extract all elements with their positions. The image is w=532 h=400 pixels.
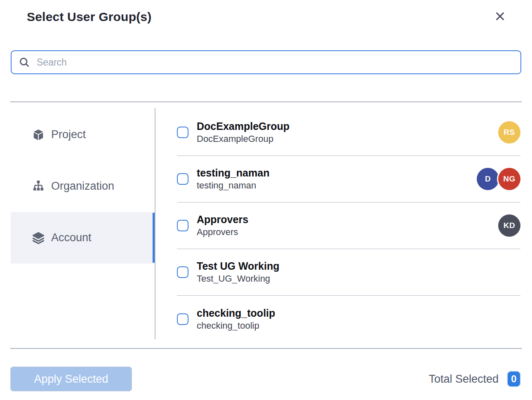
list-item[interactable]: testing_naman testing_naman D NG	[177, 156, 520, 202]
search-box	[11, 50, 521, 74]
total-selected-count-badge: 0	[507, 371, 521, 387]
group-checkbox[interactable]	[177, 220, 188, 231]
list-item[interactable]: DocExampleGroup DocExampleGroup RS	[177, 109, 520, 156]
avatar: RS	[498, 121, 520, 144]
group-text: testing_naman testing_naman	[197, 167, 269, 191]
scope-sidebar: Project Organization	[0, 102, 155, 348]
page-title: Select User Group(s)	[27, 10, 151, 24]
modal-content: Project Organization	[0, 102, 532, 348]
avatar: KD	[498, 214, 520, 237]
total-selected-label: Total Selected	[428, 373, 499, 386]
group-title: DocExampleGroup	[197, 120, 290, 132]
group-text: Approvers Approvers	[197, 214, 248, 238]
group-subtitle: checking_toolip	[197, 320, 275, 331]
group-text: DocExampleGroup DocExampleGroup	[197, 120, 290, 144]
list-item[interactable]: Test UG Working Test_UG_Working	[177, 249, 520, 296]
group-subtitle: DocExampleGroup	[197, 134, 290, 144]
group-subtitle: Approvers	[197, 227, 248, 238]
sidebar-item-label: Organization	[51, 180, 114, 193]
group-checkbox[interactable]	[177, 173, 188, 185]
sidebar-item-organization[interactable]: Organization	[11, 160, 155, 212]
group-avatars: KD	[498, 214, 520, 237]
group-subtitle: testing_naman	[197, 180, 269, 191]
group-subtitle: Test_UG_Working	[197, 273, 279, 284]
sidebar-item-label: Project	[51, 128, 86, 141]
search-input[interactable]	[37, 57, 513, 68]
list-item[interactable]: Approvers Approvers KD	[177, 202, 520, 249]
group-checkbox[interactable]	[177, 266, 188, 278]
group-title: Approvers	[197, 214, 248, 226]
footer-divider	[10, 348, 522, 349]
avatar: D	[477, 168, 499, 190]
org-chart-icon	[32, 180, 45, 193]
group-avatars: D NG	[477, 168, 520, 190]
layers-icon	[32, 232, 45, 244]
user-group-list: DocExampleGroup DocExampleGroup RS testi…	[155, 102, 520, 348]
group-checkbox[interactable]	[177, 313, 188, 325]
list-item[interactable]: checking_toolip checking_toolip	[177, 296, 520, 342]
group-checkbox[interactable]	[177, 127, 188, 138]
close-button[interactable]	[494, 10, 506, 24]
group-title: testing_naman	[197, 167, 269, 179]
group-title: Test UG Working	[197, 260, 279, 272]
group-avatars: RS	[498, 121, 520, 144]
group-title: checking_toolip	[197, 307, 275, 319]
sidebar-item-label: Account	[51, 231, 92, 244]
group-text: checking_toolip checking_toolip	[197, 307, 275, 331]
select-user-groups-modal: Select User Group(s)	[0, 0, 532, 400]
avatar: NG	[498, 168, 520, 190]
apply-selected-button[interactable]: Apply Selected	[10, 367, 132, 391]
cube-icon	[32, 129, 45, 141]
modal-header: Select User Group(s)	[0, 0, 532, 24]
total-selected: Total Selected 0	[428, 371, 521, 387]
modal-footer: Apply Selected Total Selected 0	[10, 367, 521, 391]
close-icon	[494, 11, 506, 23]
sidebar-item-account[interactable]: Account	[11, 212, 155, 264]
sidebar-item-project[interactable]: Project	[11, 109, 155, 160]
group-text: Test UG Working Test_UG_Working	[197, 260, 279, 284]
search-icon	[19, 56, 30, 68]
